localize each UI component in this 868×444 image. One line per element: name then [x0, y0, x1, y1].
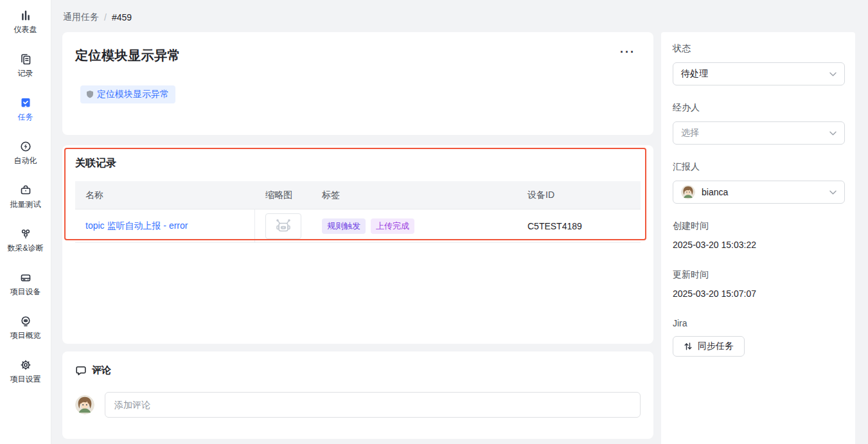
- breadcrumb-separator: /: [104, 12, 107, 22]
- sync-task-button[interactable]: 同步任务: [673, 336, 745, 357]
- sidebar-item-dashboard[interactable]: 仪表盘: [0, 9, 51, 35]
- record-thumbnail[interactable]: [265, 213, 301, 239]
- sidebar-item-label: 项目设备: [10, 287, 41, 297]
- sidebar-item-tasks[interactable]: 任务: [0, 96, 51, 122]
- assignee-select[interactable]: 选择: [673, 121, 845, 145]
- table-header-row: 名称 缩略图 标签 设备ID: [75, 181, 641, 209]
- status-select[interactable]: 待处理: [673, 62, 845, 85]
- records-icon: [19, 53, 33, 66]
- chevron-down-icon: [829, 131, 837, 136]
- task-tag-label: 定位模块显示异常: [97, 89, 169, 100]
- record-link[interactable]: topic 监听自动上报 - error: [85, 220, 188, 232]
- sidebar-item-label: 项目概览: [10, 330, 41, 341]
- comments-heading-row: 评论: [75, 364, 641, 377]
- comment-bubble-icon: [75, 365, 87, 377]
- column-header-name: 名称: [75, 190, 255, 201]
- task-tag-chip[interactable]: 定位模块显示异常: [80, 85, 175, 103]
- task-title-card: 定位模块显示异常 ··· 定位模块显示异常: [62, 32, 653, 135]
- reporter-value: bianca: [702, 187, 728, 197]
- project-overview-icon: [19, 315, 33, 328]
- assignee-placeholder: 选择: [681, 127, 699, 139]
- details-panel: 状态 待处理 经办人 选择 汇报人 bianca: [661, 32, 855, 444]
- breadcrumb-parent[interactable]: 通用任务: [63, 12, 99, 23]
- updated-time-value: 2025-03-20 15:07:07: [673, 289, 845, 299]
- sidebar-item-project-devices[interactable]: 项目设备: [0, 271, 51, 297]
- robot-icon: [274, 218, 292, 234]
- assignee-label: 经办人: [673, 102, 845, 114]
- column-header-thumbnail: 缩略图: [255, 190, 312, 201]
- record-tags-cell: 规则触发 上传完成: [312, 209, 517, 242]
- sidebar-item-label: 自动化: [14, 155, 37, 166]
- left-sidebar: 仪表盘 记录 任务 自动化: [0, 0, 51, 444]
- sidebar-item-records[interactable]: 记录: [0, 53, 51, 78]
- jira-label: Jira: [673, 318, 845, 328]
- batch-test-icon: [19, 184, 33, 197]
- related-records-card: 关联记录 名称 缩略图 标签 设备ID topic 监听自动上报 - error: [62, 145, 653, 344]
- project-settings-icon: [19, 359, 33, 371]
- project-devices-icon: [19, 271, 33, 284]
- sidebar-item-label: 项目设置: [10, 374, 41, 385]
- comments-card: 评论: [62, 351, 653, 439]
- column-header-device-id: 设备ID: [517, 190, 641, 201]
- tag-rule-triggered: 规则触发: [322, 218, 366, 234]
- data-diagnosis-icon: [19, 227, 33, 240]
- sidebar-item-batch-test[interactable]: 批量测试: [0, 184, 51, 209]
- more-menu-button[interactable]: ···: [620, 46, 635, 58]
- sidebar-item-data-diagnosis[interactable]: 数采&诊断: [0, 227, 51, 253]
- status-label: 状态: [673, 43, 845, 55]
- record-name-cell: topic 监听自动上报 - error: [75, 209, 255, 242]
- record-device-id-cell: C5TEST4189: [517, 209, 641, 242]
- sync-arrows-icon: [684, 342, 693, 351]
- sidebar-item-project-overview[interactable]: 项目概览: [0, 315, 51, 341]
- page-title: 定位模块显示异常: [75, 47, 635, 64]
- comment-input-row: [75, 392, 641, 418]
- reporter-select[interactable]: bianca: [673, 181, 845, 204]
- sidebar-item-label: 记录: [18, 68, 33, 79]
- record-thumbnail-cell: [255, 209, 312, 242]
- column-header-tags: 标签: [312, 190, 517, 201]
- table-row: topic 监听自动上报 - error: [75, 209, 641, 243]
- comments-heading: 评论: [92, 364, 111, 377]
- sidebar-item-label: 仪表盘: [14, 24, 37, 35]
- related-records-table: 名称 缩略图 标签 设备ID topic 监听自动上报 - error: [75, 181, 641, 243]
- related-records-heading: 关联记录: [75, 157, 641, 170]
- created-time-label: 创建时间: [673, 220, 845, 232]
- sidebar-item-label: 数采&诊断: [7, 243, 43, 254]
- sidebar-item-automation[interactable]: 自动化: [0, 140, 51, 166]
- reporter-label: 汇报人: [673, 161, 845, 173]
- chevron-down-icon: [829, 72, 837, 76]
- shield-icon: [85, 90, 94, 99]
- updated-time-label: 更新时间: [673, 269, 845, 281]
- chevron-down-icon: [829, 190, 837, 195]
- sync-task-label: 同步任务: [698, 341, 734, 352]
- sidebar-item-label: 任务: [18, 112, 33, 123]
- status-value: 待处理: [681, 68, 708, 80]
- avatar: [681, 185, 695, 199]
- breadcrumb: 通用任务 / #459: [63, 12, 132, 23]
- breadcrumb-current: #459: [112, 12, 132, 22]
- dashboard-icon: [19, 9, 33, 22]
- tasks-icon: [19, 96, 33, 109]
- avatar: [75, 395, 94, 414]
- created-time-value: 2025-03-20 15:03:22: [673, 240, 845, 250]
- sidebar-item-project-settings[interactable]: 项目设置: [0, 359, 51, 384]
- comment-input[interactable]: [105, 392, 641, 418]
- sidebar-item-label: 批量测试: [10, 199, 41, 210]
- automation-icon: [19, 140, 33, 153]
- tag-upload-complete: 上传完成: [371, 218, 414, 234]
